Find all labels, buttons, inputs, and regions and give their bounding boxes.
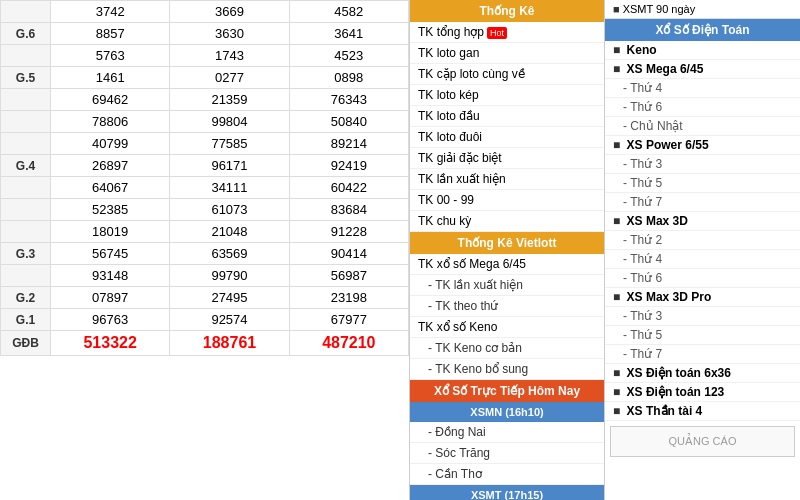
prize-cell: 56987 <box>289 265 408 287</box>
right-menu-item[interactable]: ■ XS Max 3D Pro <box>605 288 800 307</box>
prize-cell: 4582 <box>289 1 408 23</box>
live-region-item[interactable]: Sóc Trăng <box>410 443 604 464</box>
prize-cell: 90414 <box>289 243 408 265</box>
prize-cell: 93148 <box>51 265 170 287</box>
prize-cell: 89214 <box>289 133 408 155</box>
prize-cell: 188761 <box>170 331 289 356</box>
right-menu-item[interactable]: Thứ 4 <box>605 79 800 98</box>
row-label: G.4 <box>1 155 51 177</box>
right-menu-item[interactable]: Thứ 7 <box>605 193 800 212</box>
right-menu-item[interactable]: Thứ 5 <box>605 174 800 193</box>
prize-cell: 4523 <box>289 45 408 67</box>
right-menu-item[interactable]: ■ XS Max 3D <box>605 212 800 231</box>
stats-menu-item[interactable]: TK loto đầu <box>410 106 604 127</box>
prize-cell: 92574 <box>170 309 289 331</box>
prize-cell: 1743 <box>170 45 289 67</box>
right-menu-item[interactable]: Thứ 7 <box>605 345 800 364</box>
right-menu-item[interactable]: Thứ 3 <box>605 155 800 174</box>
lottery-table: 374236694582G.6885736303641576317434523G… <box>0 0 409 356</box>
vietlott-menu-item[interactable]: TK xổ số Keno <box>410 317 604 338</box>
prize-cell: 27495 <box>170 287 289 309</box>
row-label <box>1 265 51 287</box>
right-menu-item[interactable]: Thứ 5 <box>605 326 800 345</box>
table-row: G.2078972749523198 <box>1 287 409 309</box>
right-menu-item[interactable]: ■ XS Điện toán 6x36 <box>605 364 800 383</box>
stats-menu-item[interactable]: TK tổng hợp <box>410 22 604 43</box>
prize-cell: 67977 <box>289 309 408 331</box>
table-row: GĐB513322188761487210 <box>1 331 409 356</box>
right-menu-item[interactable]: Thứ 3 <box>605 307 800 326</box>
vietlott-menu-item[interactable]: TK theo thứ <box>410 296 604 317</box>
xsmt-90-label[interactable]: ■ XSMT 90 ngày <box>605 0 800 19</box>
vietlott-menu-item[interactable]: TK xổ số Mega 6/45 <box>410 254 604 275</box>
prize-cell: 77585 <box>170 133 289 155</box>
right-menu-item[interactable]: Chủ Nhật <box>605 117 800 136</box>
stats-menu-item[interactable]: TK giải đặc biệt <box>410 148 604 169</box>
prize-cell: 99790 <box>170 265 289 287</box>
stats-menu-item[interactable]: TK cặp loto cùng về <box>410 64 604 85</box>
prize-cell: 60422 <box>289 177 408 199</box>
vietlott-menu-item[interactable]: TK lần xuất hiện <box>410 275 604 296</box>
prize-cell: 3641 <box>289 23 408 45</box>
prize-cell: 99804 <box>170 111 289 133</box>
live-region-item[interactable]: Cần Thơ <box>410 464 604 485</box>
stats-menu-item[interactable]: TK lần xuất hiện <box>410 169 604 190</box>
prize-cell: 56745 <box>51 243 170 265</box>
row-label <box>1 133 51 155</box>
vietlott-menu-item[interactable]: TK Keno cơ bản <box>410 338 604 359</box>
prize-cell: 0898 <box>289 67 408 89</box>
stats-menu-item[interactable]: TK loto gan <box>410 43 604 64</box>
prize-cell: 21048 <box>170 221 289 243</box>
row-label <box>1 45 51 67</box>
live-region-item[interactable]: Đồng Nai <box>410 422 604 443</box>
prize-cell: 76343 <box>289 89 408 111</box>
row-label: GĐB <box>1 331 51 356</box>
right-menu-item[interactable]: ■ XS Mega 6/45 <box>605 60 800 79</box>
middle-panel: Thống KêTK tổng hợpTK loto ganTK cặp lot… <box>410 0 605 500</box>
row-label: G.2 <box>1 287 51 309</box>
stats-menu-item[interactable]: TK 00 - 99 <box>410 190 604 211</box>
prize-cell: 69462 <box>51 89 170 111</box>
row-label <box>1 177 51 199</box>
row-label <box>1 1 51 23</box>
table-row: 374236694582 <box>1 1 409 23</box>
table-row: 640673411160422 <box>1 177 409 199</box>
prize-cell: 63569 <box>170 243 289 265</box>
row-label: G.1 <box>1 309 51 331</box>
right-menu-item[interactable]: ■ XS Power 6/55 <box>605 136 800 155</box>
right-menu-item[interactable]: Thứ 6 <box>605 269 800 288</box>
right-menu-item[interactable]: Thứ 4 <box>605 250 800 269</box>
prize-cell: 0277 <box>170 67 289 89</box>
right-menu-item[interactable]: ■ XS Thần tài 4 <box>605 402 800 421</box>
stats-menu-item[interactable]: TK loto đuôi <box>410 127 604 148</box>
prize-cell: 21359 <box>170 89 289 111</box>
prize-cell: 3742 <box>51 1 170 23</box>
prize-cell: 8857 <box>51 23 170 45</box>
right-menu-item[interactable]: ■ XS Điện toán 123 <box>605 383 800 402</box>
vietlott-menu-item[interactable]: TK Keno bổ sung <box>410 359 604 380</box>
right-menu-item[interactable]: ■ Keno <box>605 41 800 60</box>
row-label <box>1 89 51 111</box>
stats-header: Thống Kê <box>410 0 604 22</box>
prize-cell: 64067 <box>51 177 170 199</box>
live-subsection-title: XSMT (17h15) <box>410 485 604 500</box>
prize-cell: 96171 <box>170 155 289 177</box>
ad-box: QUẢNG CÁO <box>610 426 795 457</box>
prize-cell: 91228 <box>289 221 408 243</box>
table-row: G.1967639257467977 <box>1 309 409 331</box>
stats-menu-item[interactable]: TK chu kỳ <box>410 211 604 232</box>
right-panel: ■ XSMT 90 ngày Xổ Số Điện Toán ■ Keno■ X… <box>605 0 800 500</box>
table-row: G.4268979617192419 <box>1 155 409 177</box>
right-menu-item[interactable]: Thứ 2 <box>605 231 800 250</box>
right-menu-item[interactable]: Thứ 6 <box>605 98 800 117</box>
table-row: G.3567456356990414 <box>1 243 409 265</box>
prize-cell: 78806 <box>51 111 170 133</box>
prize-cell: 3669 <box>170 1 289 23</box>
row-label <box>1 199 51 221</box>
prize-cell: 50840 <box>289 111 408 133</box>
prize-cell: 83684 <box>289 199 408 221</box>
prize-cell: 5763 <box>51 45 170 67</box>
stats-menu-item[interactable]: TK loto kép <box>410 85 604 106</box>
table-row: 523856107383684 <box>1 199 409 221</box>
prize-cell: 26897 <box>51 155 170 177</box>
